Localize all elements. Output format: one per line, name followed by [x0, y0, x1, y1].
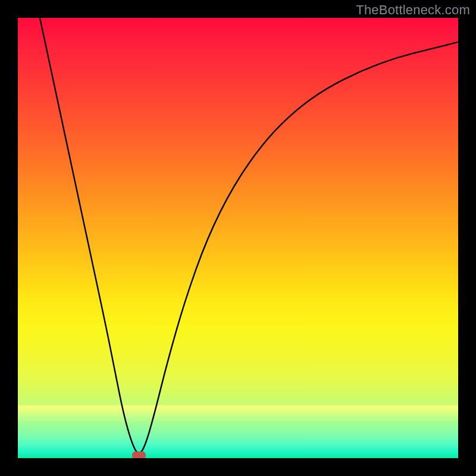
chart-container: TheBottleneck.com: [0, 0, 476, 476]
watermark-text: TheBottleneck.com: [356, 2, 470, 18]
curve-svg: [18, 18, 458, 458]
bottleneck-curve: [40, 18, 458, 453]
plot-area: [18, 18, 458, 458]
minimum-marker: [133, 452, 146, 458]
